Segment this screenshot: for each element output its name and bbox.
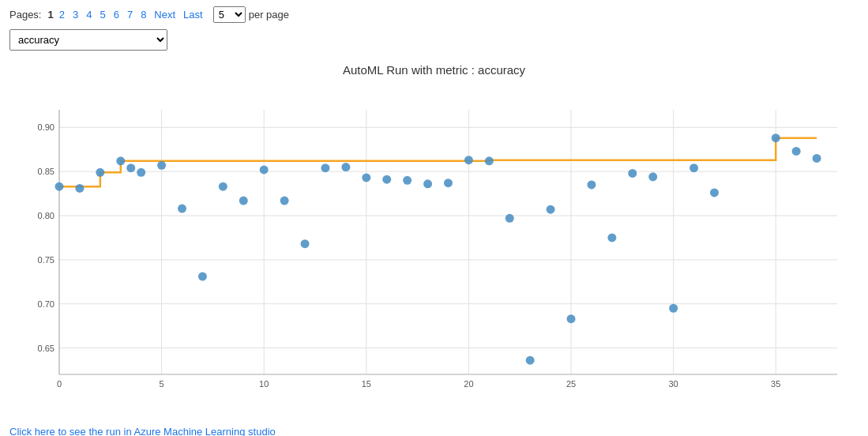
svg-text:0.65: 0.65 [37, 344, 54, 353]
page-4[interactable]: 4 [84, 8, 94, 21]
azure-studio-link[interactable]: Click here to see the run in Azure Machi… [9, 426, 276, 436]
svg-text:0: 0 [56, 379, 61, 389]
svg-point-44 [321, 164, 329, 172]
pagination: Pages: 1 2 3 4 5 6 7 8 Next Last 5102050… [9, 6, 859, 23]
svg-point-62 [690, 164, 698, 172]
svg-point-40 [239, 197, 247, 205]
svg-point-37 [178, 205, 186, 213]
svg-point-43 [300, 239, 309, 248]
svg-point-55 [546, 205, 554, 214]
per-page-label: per page [249, 9, 289, 21]
svg-point-54 [525, 356, 534, 365]
svg-point-65 [791, 147, 800, 156]
svg-point-39 [218, 182, 227, 191]
svg-text:0.80: 0.80 [37, 211, 54, 220]
chart-container: 0.650.700.750.800.850.9005101520253035 [16, 86, 853, 426]
svg-text:10: 10 [259, 379, 269, 389]
svg-point-41 [259, 165, 268, 174]
svg-point-56 [566, 314, 575, 323]
svg-text:0.85: 0.85 [37, 167, 54, 176]
svg-text:0.75: 0.75 [37, 255, 54, 265]
svg-text:15: 15 [361, 379, 370, 389]
svg-text:35: 35 [771, 379, 780, 389]
svg-text:20: 20 [464, 379, 473, 389]
svg-point-50 [444, 179, 453, 187]
svg-point-60 [648, 172, 657, 181]
svg-text:30: 30 [668, 379, 678, 389]
page-last[interactable]: Last [181, 8, 205, 21]
svg-text:5: 5 [159, 379, 163, 389]
svg-text:25: 25 [566, 379, 575, 389]
svg-point-34 [126, 164, 135, 172]
svg-point-42 [280, 197, 288, 205]
svg-point-36 [157, 161, 166, 170]
svg-point-35 [137, 168, 145, 177]
pages-label: Pages: [9, 9, 41, 21]
per-page-container: 5102050 per page [213, 6, 289, 23]
svg-point-64 [771, 133, 780, 142]
svg-point-45 [341, 163, 350, 171]
svg-text:0.70: 0.70 [37, 299, 54, 309]
svg-point-46 [362, 173, 370, 182]
svg-point-49 [423, 179, 432, 188]
svg-point-48 [403, 176, 411, 185]
svg-point-38 [197, 272, 206, 281]
page-current: 1 [47, 9, 53, 21]
svg-point-33 [116, 156, 125, 165]
page-7[interactable]: 7 [125, 8, 135, 21]
svg-point-32 [96, 168, 104, 177]
per-page-select[interactable]: 5102050 [213, 6, 246, 23]
svg-point-61 [669, 304, 678, 313]
metric-select[interactable]: accuracyAUCF1precisionrecalllog_lossnorm… [9, 29, 167, 51]
metric-select-container: accuracyAUCF1precisionrecalllog_lossnorm… [9, 29, 859, 51]
svg-point-30 [54, 182, 63, 191]
chart-title: AutoML Run with metric : accuracy [9, 63, 859, 77]
svg-text:0.90: 0.90 [37, 122, 54, 132]
svg-point-52 [484, 156, 493, 165]
svg-point-51 [464, 156, 472, 164]
svg-point-66 [812, 154, 821, 163]
svg-point-47 [382, 175, 391, 184]
svg-point-58 [607, 233, 616, 242]
page-8[interactable]: 8 [138, 8, 148, 21]
svg-point-63 [709, 188, 718, 197]
page-6[interactable]: 6 [111, 8, 122, 21]
svg-point-57 [587, 180, 596, 189]
svg-point-31 [75, 184, 84, 193]
svg-point-59 [628, 169, 637, 178]
page-5[interactable]: 5 [97, 8, 107, 21]
svg-point-53 [505, 214, 513, 223]
page-next[interactable]: Next [152, 8, 178, 21]
page-3[interactable]: 3 [70, 8, 81, 21]
page-2[interactable]: 2 [57, 8, 67, 21]
chart-svg: 0.650.700.750.800.850.9005101520253035 [16, 86, 853, 426]
